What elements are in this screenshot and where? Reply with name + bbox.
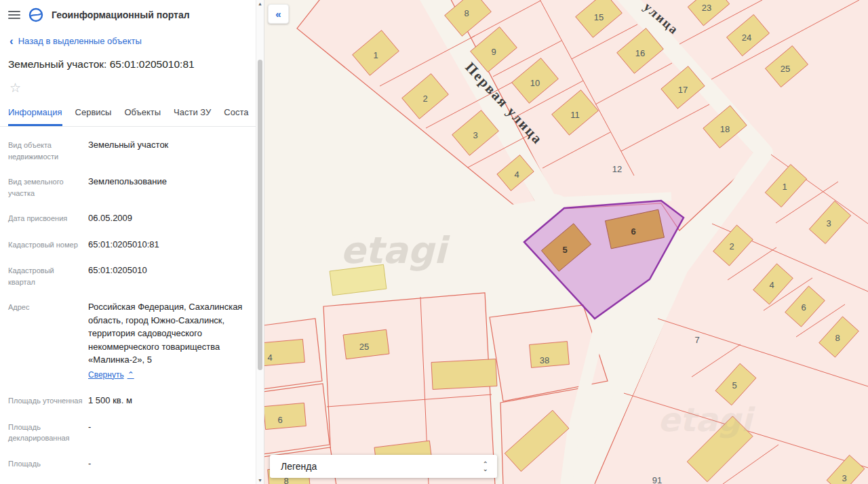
- chevron-up-icon: ⌃: [127, 369, 134, 381]
- building: [264, 403, 306, 429]
- info-sidebar: Геоинформационный портал ‹ Назад в выдел…: [0, 0, 264, 484]
- back-label: Назад в выделенные объекты: [18, 36, 142, 46]
- detail-row: Кадастровый квартал65:01:0205010: [0, 258, 256, 294]
- parcel-number: 18: [720, 124, 730, 134]
- parcel-number: 4: [267, 352, 272, 363]
- portal-title: Геоинформационный портал: [52, 9, 190, 20]
- detail-row: Дата присвоения06.05.2009: [0, 205, 256, 232]
- parcel-number: 6: [801, 302, 806, 312]
- collapse-sidebar-button[interactable]: «: [268, 4, 289, 24]
- parcel-number: 91: [652, 475, 662, 484]
- back-chevron-icon: ‹: [9, 37, 14, 45]
- scrollbar-up-icon[interactable]: ▲: [256, 1, 264, 6]
- parcel-number: 3: [842, 473, 846, 483]
- parcel-number: 12: [612, 164, 622, 174]
- parcel-number: 4: [514, 169, 519, 180]
- parcel-number: 4: [769, 280, 774, 290]
- legend-toggle-icon[interactable]: ⌃ ⌄: [483, 462, 488, 471]
- favorite-star-icon[interactable]: ☆: [9, 81, 21, 94]
- detail-row: Площадь декларированная-: [0, 414, 256, 451]
- detail-row: СтатусУчтенный: [0, 477, 256, 484]
- geoportal-app: Геоинформационный портал ‹ Назад в выдел…: [0, 0, 868, 484]
- page-title: Земельный участок: 65:01:0205010:81: [0, 48, 256, 70]
- detail-row: Вид объекта недвижимостиЗемельный участо…: [0, 132, 256, 169]
- tab-objects[interactable]: Объекты: [124, 104, 161, 126]
- parcel-number: 1: [782, 182, 787, 192]
- parcel-number: 10: [530, 78, 540, 88]
- parcel-number: 23: [702, 3, 711, 13]
- details-list: Вид объекта недвижимостиЗемельный участо…: [0, 127, 256, 484]
- parcel-number: 3: [826, 218, 831, 228]
- parcel-number: 25: [359, 342, 369, 352]
- tab-information[interactable]: Информация: [8, 104, 62, 126]
- selected-parcel-number: 5: [562, 245, 567, 255]
- sidebar-header: Геоинформационный портал: [0, 0, 256, 28]
- watermark-text: etagi: [340, 229, 451, 272]
- detail-row: Кадастровый номер65:01:0205010:81: [0, 232, 256, 258]
- parcel-number: 2: [729, 241, 734, 251]
- legend-label: Легенда: [281, 461, 317, 472]
- parcel-number: 15: [594, 12, 604, 22]
- parcel-number: 9: [491, 47, 496, 57]
- scrollbar-thumb[interactable]: [258, 60, 262, 370]
- sidebar-content: Геоинформационный портал ‹ Назад в выдел…: [0, 0, 256, 484]
- address-value: Российская Федерация, Сахалинская област…: [88, 300, 252, 381]
- sidebar-scrollbar[interactable]: ▲ ▼: [256, 0, 264, 484]
- legend-bar[interactable]: Легенда ⌃ ⌄: [270, 455, 497, 478]
- detail-row: Вид земельного участкаЗемлепользование: [0, 169, 256, 205]
- tab-parcel-parts[interactable]: Части ЗУ: [174, 104, 211, 126]
- map-viewport[interactable]: etagi etagi Первая улица улица 8 15 23 1…: [264, 0, 868, 484]
- detail-row: Площадь-: [0, 451, 256, 477]
- parcel-number: 16: [635, 48, 645, 58]
- portal-logo-icon: [28, 7, 43, 22]
- detail-row-address: Адрес Российская Федерация, Сахалинская …: [0, 294, 256, 388]
- menu-icon[interactable]: [8, 11, 20, 19]
- selected-parcel-number: 6: [631, 226, 635, 237]
- parcel-number: 8: [835, 333, 840, 343]
- chevron-down-icon: ⌄: [483, 466, 488, 471]
- parcel-number: 1: [373, 50, 378, 60]
- parcel-number: 2: [422, 94, 427, 104]
- parcel-number: 38: [540, 355, 549, 365]
- tab-bar: Информация Сервисы Объекты Части ЗУ Сост…: [0, 95, 256, 127]
- parcel-number: 5: [732, 380, 736, 390]
- parcel-number: 11: [570, 110, 580, 120]
- parcel-number: 3: [473, 130, 477, 140]
- tab-composition[interactable]: Соста: [224, 104, 248, 126]
- detail-row: Площадь уточненная1 500 кв. м: [0, 388, 256, 414]
- back-link[interactable]: ‹ Назад в выделенные объекты: [0, 28, 256, 48]
- collapse-address-link[interactable]: Свернуть⌃: [88, 369, 134, 381]
- parcel-number: 25: [781, 64, 790, 74]
- parcel-number: 6: [277, 415, 282, 425]
- building: [431, 359, 497, 390]
- parcel-number: 24: [742, 33, 751, 43]
- cadastral-map-canvas[interactable]: etagi etagi Первая улица улица 8 15 23 1…: [264, 0, 868, 484]
- parcel-number: 7: [694, 335, 699, 345]
- scrollbar-down-icon[interactable]: ▼: [256, 478, 264, 483]
- watermark-text: etagi: [658, 401, 755, 439]
- parcel-number: 17: [678, 85, 688, 95]
- parcel-number: 8: [464, 8, 469, 18]
- tab-services[interactable]: Сервисы: [75, 104, 112, 126]
